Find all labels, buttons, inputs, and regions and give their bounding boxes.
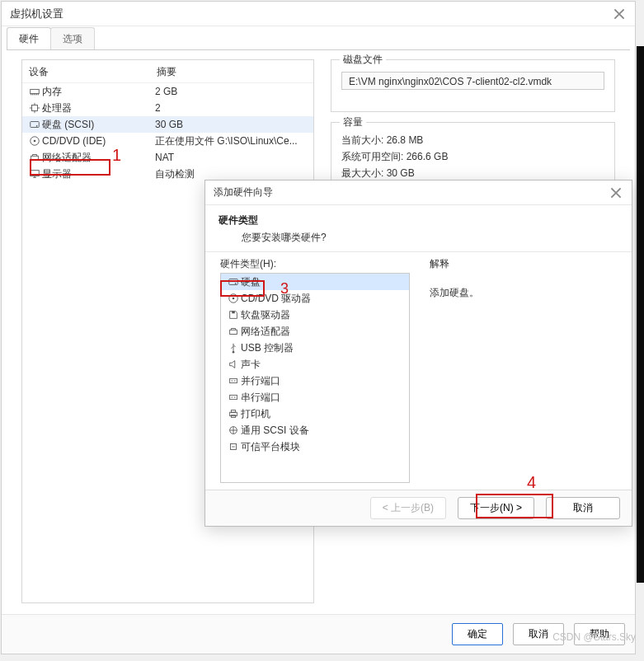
wizard-cancel-button[interactable]: 取消 — [546, 497, 620, 519]
disk-icon — [27, 119, 42, 130]
device-summary: 自动检测 — [155, 167, 308, 181]
hardware-item[interactable]: 并行端口 — [221, 373, 409, 389]
hardware-item-label: 打印机 — [241, 407, 270, 421]
device-name: 网络适配器 — [42, 151, 155, 165]
net-icon — [27, 152, 42, 163]
capacity-legend: 容量 — [340, 115, 366, 129]
device-summary: 30 GB — [155, 119, 308, 130]
display-icon — [27, 168, 42, 180]
wizard-close-icon[interactable] — [609, 185, 623, 200]
usb-icon — [226, 342, 241, 354]
hardware-item[interactable]: 打印机 — [221, 406, 409, 422]
hardware-item[interactable]: 声卡 — [221, 356, 409, 373]
current-size-value: 26.8 MB — [387, 134, 424, 146]
svg-rect-8 — [229, 279, 238, 285]
hardware-type-label: 硬件类型(H): — [220, 257, 410, 271]
svg-point-14 — [233, 351, 235, 354]
wizard-body: 硬件类型(H): 硬盘CD/DVD 驱动器软盘驱动器网络适配器USB 控制器声卡… — [205, 252, 632, 490]
device-name: 硬盘 (SCSI) — [42, 118, 155, 132]
max-size-line: 最大大小: 30 GB — [341, 166, 604, 180]
device-row[interactable]: 网络适配器NAT — [22, 149, 313, 166]
svg-rect-13 — [230, 330, 237, 334]
explain-column: 解释 添加硬盘。 — [410, 257, 622, 490]
hardware-type-column: 硬件类型(H): 硬盘CD/DVD 驱动器软盘驱动器网络适配器USB 控制器声卡… — [220, 257, 410, 490]
col-device: 设备 — [29, 65, 157, 79]
hardware-item[interactable]: USB 控制器 — [221, 340, 409, 356]
hardware-item-label: 可信平台模块 — [241, 440, 300, 454]
device-summary: NAT — [155, 152, 308, 163]
svg-rect-7 — [31, 171, 40, 176]
svg-point-16 — [232, 380, 233, 381]
free-space-label: 系统可用空间: — [341, 151, 403, 162]
hardware-type-list[interactable]: 硬盘CD/DVD 驱动器软盘驱动器网络适配器USB 控制器声卡并行端口串行端口打… — [220, 273, 410, 483]
tab-options[interactable]: 选项 — [50, 27, 95, 49]
hardware-item[interactable]: 可信平台模块 — [221, 438, 409, 455]
sound-icon — [226, 359, 241, 370]
wizard-footer: < 上一步(B) 下一步(N) > 取消 — [205, 490, 632, 526]
free-space-line: 系统可用空间: 266.6 GB — [341, 150, 604, 164]
net-icon — [226, 326, 241, 337]
watermark: CSDN @Stars.Sky — [552, 631, 636, 643]
device-name: 内存 — [42, 85, 155, 99]
svg-rect-2 — [31, 122, 40, 128]
svg-point-17 — [234, 380, 235, 381]
current-size-line: 当前大小: 26.8 MB — [341, 134, 604, 148]
device-name: 处理器 — [42, 101, 155, 115]
port-icon — [226, 391, 241, 403]
cd-icon — [27, 135, 42, 147]
col-summary: 摘要 — [157, 65, 176, 79]
memory-icon — [27, 86, 42, 97]
close-icon[interactable] — [612, 7, 627, 21]
tab-hardware[interactable]: 硬件 — [7, 27, 51, 49]
device-row[interactable]: 内存2 GB — [22, 83, 313, 100]
device-name: 显示器 — [42, 167, 155, 181]
svg-point-19 — [232, 396, 233, 397]
hardware-item[interactable]: CD/DVD 驱动器 — [221, 290, 409, 307]
ok-button[interactable]: 确定 — [452, 623, 503, 645]
svg-rect-18 — [230, 395, 237, 399]
port-icon — [226, 375, 241, 387]
hardware-item[interactable]: 串行端口 — [221, 389, 409, 406]
explain-text: 添加硬盘。 — [430, 286, 622, 300]
background-dark-strip — [637, 46, 644, 583]
max-size-value: 30 GB — [387, 167, 415, 179]
device-summary: 2 — [155, 102, 308, 114]
cpu-icon — [27, 102, 42, 114]
hardware-item[interactable]: 软盘驱动器 — [221, 307, 409, 323]
titlebar: 虚拟机设置 — [2, 2, 635, 26]
tpm-icon — [226, 441, 241, 452]
disk-file-path[interactable]: E:\VM nginx\nginx02\COS 7-client02-cl2.v… — [341, 72, 604, 90]
svg-point-5 — [34, 140, 36, 143]
wizard-header-bold: 硬件类型 — [219, 213, 618, 227]
wizard-title: 添加硬件向导 — [214, 185, 609, 199]
svg-point-9 — [235, 283, 237, 284]
device-row[interactable]: 处理器2 — [22, 100, 313, 116]
hardware-item-label: 硬盘 — [241, 275, 261, 289]
device-row[interactable]: 硬盘 (SCSI)30 GB — [22, 116, 313, 133]
hardware-item[interactable]: 通用 SCSI 设备 — [221, 422, 409, 438]
svg-rect-22 — [231, 410, 235, 413]
wizard-titlebar: 添加硬件向导 — [205, 180, 632, 205]
svg-rect-12 — [232, 312, 235, 314]
svg-point-3 — [36, 125, 38, 127]
back-button: < 上一步(B) — [370, 497, 446, 519]
device-list-header: 设备 摘要 — [22, 60, 313, 83]
device-row[interactable]: CD/DVD (IDE)正在使用文件 G:\ISO\Linux\Ce... — [22, 133, 313, 149]
wizard-header-question: 您要安装哪类硬件? — [219, 231, 618, 245]
next-button[interactable]: 下一步(N) > — [458, 497, 534, 519]
printer-icon — [226, 408, 241, 420]
cd-icon — [226, 293, 241, 304]
hardware-item[interactable]: 网络适配器 — [221, 323, 409, 340]
hardware-item[interactable]: 硬盘 — [221, 274, 409, 290]
hardware-item-label: 通用 SCSI 设备 — [241, 424, 309, 438]
main-footer: 确定 取消 帮助 — [2, 614, 635, 654]
wizard-header: 硬件类型 您要安装哪类硬件? — [205, 205, 632, 251]
hardware-item-label: CD/DVD 驱动器 — [241, 292, 311, 306]
floppy-icon — [226, 309, 241, 321]
hardware-item-label: 软盘驱动器 — [241, 308, 290, 322]
device-name: CD/DVD (IDE) — [42, 135, 155, 147]
hardware-item-label: 并行端口 — [241, 374, 280, 388]
current-size-label: 当前大小: — [341, 134, 383, 146]
disk-icon — [226, 276, 241, 288]
hardware-item-label: 串行端口 — [241, 391, 280, 405]
